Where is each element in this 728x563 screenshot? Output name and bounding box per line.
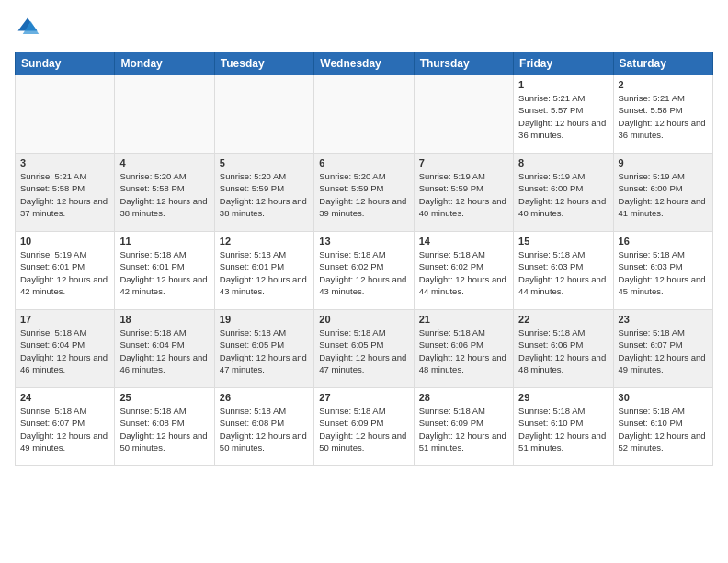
- day-info: Sunrise: 5:18 AM Sunset: 6:08 PM Dayligh…: [119, 405, 209, 454]
- day-info: Sunrise: 5:20 AM Sunset: 5:59 PM Dayligh…: [319, 170, 408, 219]
- weekday-header: Wednesday: [314, 52, 414, 75]
- calendar-cell: 3Sunrise: 5:21 AM Sunset: 5:58 PM Daylig…: [16, 154, 115, 232]
- day-info: Sunrise: 5:18 AM Sunset: 6:09 PM Dayligh…: [419, 405, 508, 454]
- day-number: 28: [419, 392, 508, 403]
- day-number: 29: [518, 392, 608, 403]
- day-info: Sunrise: 5:21 AM Sunset: 5:57 PM Dayligh…: [518, 92, 608, 141]
- day-number: 6: [319, 157, 408, 168]
- day-number: 19: [220, 314, 309, 325]
- day-number: 30: [619, 392, 708, 403]
- weekday-header: Sunday: [16, 52, 115, 75]
- day-number: 2: [619, 79, 708, 90]
- day-number: 20: [319, 314, 408, 325]
- day-number: 10: [20, 236, 109, 247]
- calendar-cell: 15Sunrise: 5:18 AM Sunset: 6:03 PM Dayli…: [514, 232, 613, 310]
- day-number: 18: [119, 314, 209, 325]
- calendar-cell: [214, 75, 313, 154]
- calendar-cell: 4Sunrise: 5:20 AM Sunset: 5:58 PM Daylig…: [115, 154, 214, 232]
- logo: [15, 15, 44, 40]
- calendar-cell: 19Sunrise: 5:18 AM Sunset: 6:05 PM Dayli…: [214, 310, 313, 388]
- calendar-cell: 7Sunrise: 5:19 AM Sunset: 5:59 PM Daylig…: [414, 154, 513, 232]
- calendar-week-row: 10Sunrise: 5:19 AM Sunset: 6:01 PM Dayli…: [16, 232, 713, 310]
- day-number: 3: [20, 157, 109, 168]
- calendar-cell: [16, 75, 115, 154]
- day-number: 7: [419, 157, 508, 168]
- day-number: 21: [419, 314, 508, 325]
- day-info: Sunrise: 5:18 AM Sunset: 6:05 PM Dayligh…: [220, 327, 309, 375]
- day-number: 24: [20, 392, 109, 403]
- day-info: Sunrise: 5:19 AM Sunset: 6:01 PM Dayligh…: [20, 248, 109, 297]
- calendar-week-row: 17Sunrise: 5:18 AM Sunset: 6:04 PM Dayli…: [16, 310, 713, 388]
- day-number: 11: [119, 236, 209, 247]
- calendar-week-row: 3Sunrise: 5:21 AM Sunset: 5:58 PM Daylig…: [16, 154, 713, 232]
- calendar-cell: 10Sunrise: 5:19 AM Sunset: 6:01 PM Dayli…: [16, 232, 115, 310]
- calendar-cell: 30Sunrise: 5:18 AM Sunset: 6:10 PM Dayli…: [613, 388, 712, 466]
- day-info: Sunrise: 5:19 AM Sunset: 6:00 PM Dayligh…: [619, 170, 708, 219]
- calendar-cell: 13Sunrise: 5:18 AM Sunset: 6:02 PM Dayli…: [314, 232, 414, 310]
- weekday-header: Saturday: [613, 52, 712, 75]
- day-info: Sunrise: 5:18 AM Sunset: 6:08 PM Dayligh…: [220, 405, 309, 454]
- day-number: 12: [220, 236, 309, 247]
- calendar-table: SundayMondayTuesdayWednesdayThursdayFrid…: [15, 52, 713, 466]
- calendar-cell: 2Sunrise: 5:21 AM Sunset: 5:58 PM Daylig…: [613, 75, 712, 154]
- calendar-cell: 20Sunrise: 5:18 AM Sunset: 6:05 PM Dayli…: [314, 310, 414, 388]
- weekday-header: Tuesday: [214, 52, 313, 75]
- day-info: Sunrise: 5:18 AM Sunset: 6:03 PM Dayligh…: [518, 248, 608, 297]
- page-header: [15, 15, 713, 40]
- calendar-cell: 17Sunrise: 5:18 AM Sunset: 6:04 PM Dayli…: [16, 310, 115, 388]
- calendar-cell: 14Sunrise: 5:18 AM Sunset: 6:02 PM Dayli…: [414, 232, 513, 310]
- calendar-cell: 27Sunrise: 5:18 AM Sunset: 6:09 PM Dayli…: [314, 388, 414, 466]
- day-info: Sunrise: 5:20 AM Sunset: 5:59 PM Dayligh…: [220, 170, 309, 219]
- calendar-cell: 23Sunrise: 5:18 AM Sunset: 6:07 PM Dayli…: [613, 310, 712, 388]
- calendar-cell: 26Sunrise: 5:18 AM Sunset: 6:08 PM Dayli…: [214, 388, 313, 466]
- day-info: Sunrise: 5:18 AM Sunset: 6:01 PM Dayligh…: [220, 248, 309, 297]
- calendar-cell: 28Sunrise: 5:18 AM Sunset: 6:09 PM Dayli…: [414, 388, 513, 466]
- day-info: Sunrise: 5:18 AM Sunset: 6:04 PM Dayligh…: [20, 327, 109, 375]
- day-number: 16: [619, 236, 708, 247]
- day-number: 1: [518, 79, 608, 90]
- calendar-cell: [414, 75, 513, 154]
- calendar-cell: 6Sunrise: 5:20 AM Sunset: 5:59 PM Daylig…: [314, 154, 414, 232]
- day-info: Sunrise: 5:18 AM Sunset: 6:03 PM Dayligh…: [619, 248, 708, 297]
- day-info: Sunrise: 5:19 AM Sunset: 6:00 PM Dayligh…: [518, 170, 608, 219]
- calendar-cell: 5Sunrise: 5:20 AM Sunset: 5:59 PM Daylig…: [214, 154, 313, 232]
- day-info: Sunrise: 5:18 AM Sunset: 6:05 PM Dayligh…: [319, 327, 408, 375]
- calendar-week-row: 24Sunrise: 5:18 AM Sunset: 6:07 PM Dayli…: [16, 388, 713, 466]
- weekday-header: Monday: [115, 52, 214, 75]
- day-info: Sunrise: 5:18 AM Sunset: 6:02 PM Dayligh…: [419, 248, 508, 297]
- calendar-cell: [314, 75, 414, 154]
- calendar-cell: 1Sunrise: 5:21 AM Sunset: 5:57 PM Daylig…: [514, 75, 613, 154]
- calendar-cell: 24Sunrise: 5:18 AM Sunset: 6:07 PM Dayli…: [16, 388, 115, 466]
- day-number: 26: [220, 392, 309, 403]
- calendar-header-row: SundayMondayTuesdayWednesdayThursdayFrid…: [16, 52, 713, 75]
- logo-icon: [15, 15, 40, 40]
- day-info: Sunrise: 5:19 AM Sunset: 5:59 PM Dayligh…: [419, 170, 508, 219]
- day-number: 25: [119, 392, 209, 403]
- calendar-cell: [115, 75, 214, 154]
- day-number: 14: [419, 236, 508, 247]
- calendar-cell: 22Sunrise: 5:18 AM Sunset: 6:06 PM Dayli…: [514, 310, 613, 388]
- calendar-cell: 9Sunrise: 5:19 AM Sunset: 6:00 PM Daylig…: [613, 154, 712, 232]
- day-info: Sunrise: 5:18 AM Sunset: 6:09 PM Dayligh…: [319, 405, 408, 454]
- calendar-cell: 25Sunrise: 5:18 AM Sunset: 6:08 PM Dayli…: [115, 388, 214, 466]
- calendar-cell: 18Sunrise: 5:18 AM Sunset: 6:04 PM Dayli…: [115, 310, 214, 388]
- weekday-header: Friday: [514, 52, 613, 75]
- day-info: Sunrise: 5:18 AM Sunset: 6:01 PM Dayligh…: [119, 248, 209, 297]
- day-number: 17: [20, 314, 109, 325]
- day-number: 15: [518, 236, 608, 247]
- day-info: Sunrise: 5:18 AM Sunset: 6:10 PM Dayligh…: [518, 405, 608, 454]
- day-number: 9: [619, 157, 708, 168]
- calendar-cell: 12Sunrise: 5:18 AM Sunset: 6:01 PM Dayli…: [214, 232, 313, 310]
- day-info: Sunrise: 5:18 AM Sunset: 6:07 PM Dayligh…: [619, 327, 708, 375]
- day-number: 27: [319, 392, 408, 403]
- calendar-cell: 29Sunrise: 5:18 AM Sunset: 6:10 PM Dayli…: [514, 388, 613, 466]
- calendar-cell: 21Sunrise: 5:18 AM Sunset: 6:06 PM Dayli…: [414, 310, 513, 388]
- day-info: Sunrise: 5:20 AM Sunset: 5:58 PM Dayligh…: [119, 170, 209, 219]
- day-info: Sunrise: 5:18 AM Sunset: 6:02 PM Dayligh…: [319, 248, 408, 297]
- day-info: Sunrise: 5:18 AM Sunset: 6:04 PM Dayligh…: [119, 327, 209, 375]
- day-info: Sunrise: 5:18 AM Sunset: 6:06 PM Dayligh…: [518, 327, 608, 375]
- day-info: Sunrise: 5:18 AM Sunset: 6:07 PM Dayligh…: [20, 405, 109, 454]
- day-info: Sunrise: 5:21 AM Sunset: 5:58 PM Dayligh…: [20, 170, 109, 219]
- calendar-week-row: 1Sunrise: 5:21 AM Sunset: 5:57 PM Daylig…: [16, 75, 713, 154]
- day-number: 13: [319, 236, 408, 247]
